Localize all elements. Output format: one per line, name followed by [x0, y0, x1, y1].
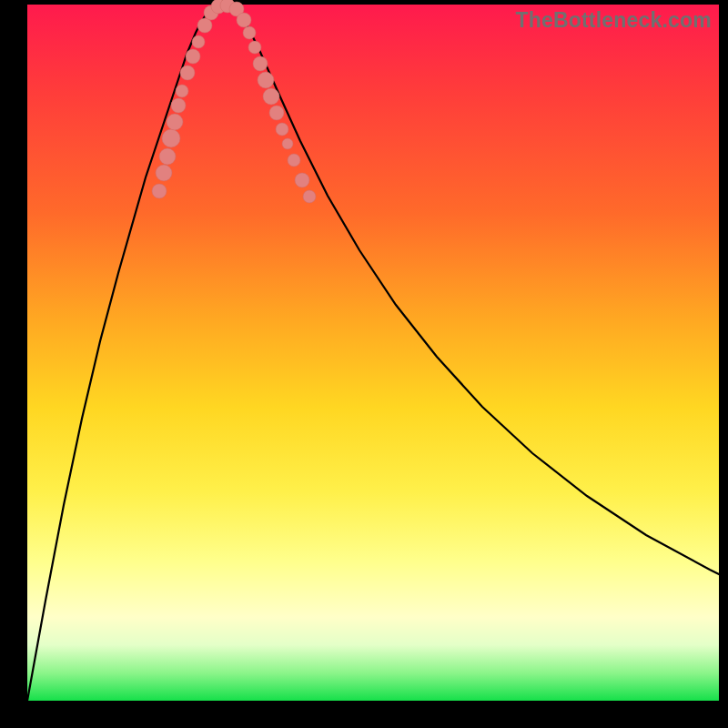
- data-marker: [180, 66, 195, 80]
- data-marker: [288, 154, 300, 167]
- curve-svg: [27, 5, 719, 701]
- chart-frame: TheBottleneck.com: [0, 0, 728, 728]
- data-marker: [303, 190, 316, 203]
- bottleneck-curve: [27, 5, 719, 701]
- data-marker: [176, 85, 188, 97]
- data-marker: [282, 138, 293, 149]
- data-marker: [197, 18, 212, 33]
- data-marker: [295, 173, 309, 187]
- data-marker: [253, 56, 268, 71]
- data-marker: [156, 165, 172, 181]
- data-marker: [152, 184, 167, 198]
- plot-area: TheBottleneck.com: [27, 5, 719, 701]
- data-marker: [186, 49, 200, 64]
- data-marker: [269, 106, 284, 120]
- data-marker: [162, 129, 180, 147]
- data-marker: [167, 114, 183, 130]
- data-marker: [258, 72, 274, 88]
- data-marker: [159, 148, 176, 165]
- data-marker: [237, 13, 251, 27]
- data-marker: [248, 41, 261, 54]
- data-marker: [243, 26, 256, 39]
- data-marker: [192, 35, 205, 48]
- data-marker: [171, 98, 186, 113]
- data-marker: [276, 123, 288, 136]
- data-marker: [263, 88, 279, 105]
